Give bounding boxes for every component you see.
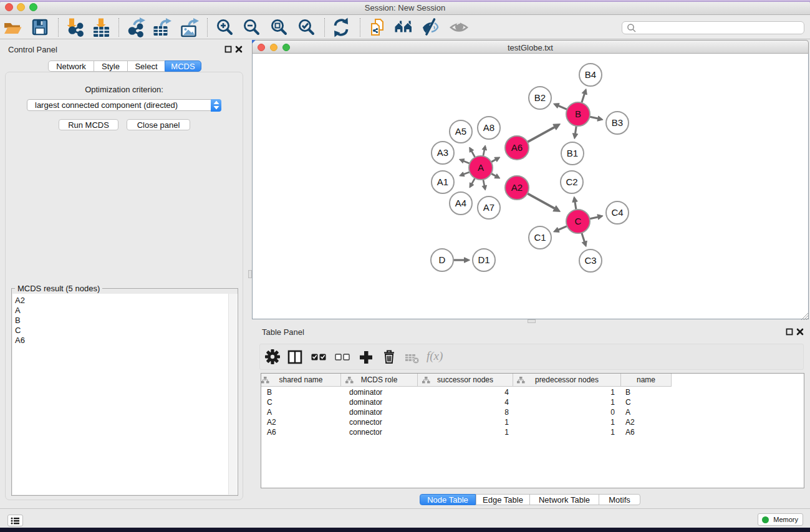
svg-text:A1: A1 [437,177,448,187]
svg-text:A2: A2 [511,182,523,193]
svg-text:D: D [439,254,446,265]
svg-text:C: C [575,216,582,226]
svg-text:A7: A7 [483,202,494,213]
svg-text:C4: C4 [611,207,623,218]
svg-text:B: B [575,109,581,119]
svg-text:A8: A8 [483,122,494,133]
svg-text:B3: B3 [612,117,623,128]
svg-text:A4: A4 [455,198,466,208]
svg-text:C2: C2 [566,177,577,187]
svg-text:D1: D1 [478,254,489,265]
svg-text:B2: B2 [534,92,546,103]
svg-text:C1: C1 [534,232,546,243]
svg-text:B4: B4 [585,69,596,80]
svg-text:A5: A5 [455,126,466,137]
svg-text:B1: B1 [567,148,578,158]
svg-text:A3: A3 [437,147,448,158]
svg-text:A6: A6 [511,142,523,153]
svg-text:C3: C3 [584,255,596,266]
svg-text:A: A [478,162,484,173]
